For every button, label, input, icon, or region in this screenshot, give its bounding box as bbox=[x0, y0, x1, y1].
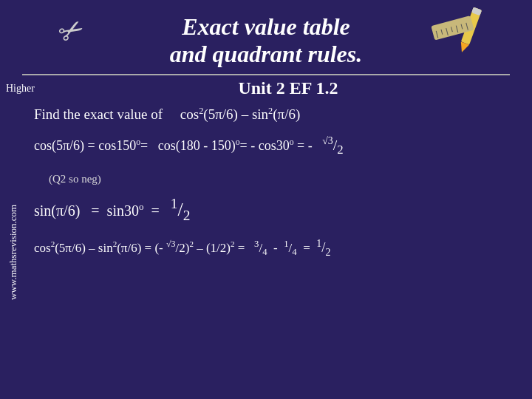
higher-label: Higher bbox=[0, 80, 44, 95]
step1-label: cos(5π/6) = cos150o= cos(180 - 150)o= - … bbox=[34, 138, 313, 153]
find-expression: cos2(5π/6) – sin2(π/6) bbox=[180, 106, 300, 122]
final-block: cos2(5π/6) – sin2(π/6) = (- √3/2)2 – (1/… bbox=[34, 234, 517, 261]
step3-block: sin(π/6) = sin30o = 1/2 bbox=[34, 197, 517, 225]
step3-label: sin(π/6) = sin30o = bbox=[34, 202, 167, 219]
final-fracs: 3/4 - 1/4 = 1/2 bbox=[248, 241, 331, 255]
math-content: Find the exact value of cos2(5π/6) – sin… bbox=[27, 106, 532, 399]
content: www.mathsrevision.com Find the exact val… bbox=[0, 98, 532, 399]
page: ✂ Exact value table and quadrant rules. … bbox=[0, 0, 532, 399]
header: Exact value table and quadrant rules. bbox=[0, 0, 532, 68]
unit-text: Unit 2 EF 1.2 bbox=[44, 75, 532, 98]
step1-result: √3/2 bbox=[322, 137, 343, 153]
vertical-label: www.mathsrevision.com bbox=[0, 106, 27, 399]
title-line2: and quadrant rules. bbox=[0, 41, 532, 68]
find-line: Find the exact value of cos2(5π/6) – sin… bbox=[34, 106, 517, 123]
step2-note-block: (Q2 so neg) bbox=[34, 168, 517, 189]
unit-line: Higher Unit 2 EF 1.2 bbox=[0, 75, 532, 98]
title-line1: Exact value table bbox=[0, 13, 532, 41]
step3-result: 1/2 bbox=[171, 199, 191, 220]
step1-block: cos(5π/6) = cos150o= cos(180 - 150)o= - … bbox=[34, 133, 517, 160]
final-calc: (- √3/2)2 – (1/2)2 = bbox=[154, 241, 248, 255]
find-prefix: Find the exact value of bbox=[34, 106, 163, 122]
final-label: cos2(5π/6) – sin2(π/6) = bbox=[34, 241, 154, 255]
step2-note: (Q2 so neg) bbox=[49, 173, 101, 185]
